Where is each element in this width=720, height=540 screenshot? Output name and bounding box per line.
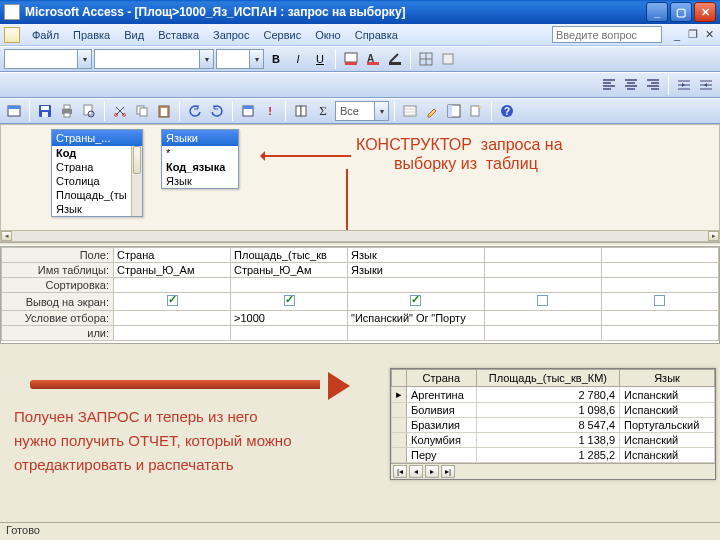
print-button[interactable]	[57, 101, 77, 121]
paste-button[interactable]	[154, 101, 174, 121]
querytype-button[interactable]	[238, 101, 258, 121]
annotation-bottom: Получен ЗАПРОС и теперь из него нужно по…	[14, 405, 384, 477]
qbe-show-check[interactable]	[601, 293, 718, 311]
close-button[interactable]: ✕	[694, 2, 716, 22]
qbe-cell[interactable]: Языки	[348, 263, 485, 278]
field-item[interactable]: Площадь_(ты	[52, 188, 142, 202]
qbe-cell[interactable]: >1000	[231, 311, 348, 326]
qbe-cell[interactable]	[484, 248, 601, 263]
align-center-button[interactable]	[621, 75, 641, 95]
gridlines-button[interactable]	[416, 49, 436, 69]
qbe-grid[interactable]: Поле: Страна Площадь_(тыс_кв Язык Имя та…	[0, 246, 720, 344]
qbe-cell[interactable]	[484, 263, 601, 278]
qbe-cell[interactable]	[114, 278, 231, 293]
italic-button[interactable]: I	[288, 49, 308, 69]
linecolor-button[interactable]	[385, 49, 405, 69]
fillcolor-button[interactable]	[341, 49, 361, 69]
bold-button[interactable]: B	[266, 49, 286, 69]
table-row: Бразилия8 547,4Португальский	[392, 418, 715, 433]
menu-tools[interactable]: Сервис	[256, 27, 308, 43]
qbe-cell[interactable]	[114, 311, 231, 326]
rowselect-header[interactable]	[392, 370, 407, 387]
font-combo[interactable]: ▾	[94, 49, 214, 69]
increase-indent-button[interactable]	[674, 75, 694, 95]
qbe-cell[interactable]	[601, 248, 718, 263]
qbe-cell[interactable]: Страны_Ю_Ам	[114, 263, 231, 278]
menu-insert[interactable]: Вставка	[151, 27, 206, 43]
align-left-button[interactable]	[599, 75, 619, 95]
fontsize-combo[interactable]: ▾	[216, 49, 264, 69]
menu-view[interactable]: Вид	[117, 27, 151, 43]
field-item[interactable]: Столица	[52, 174, 142, 188]
qbe-show-check[interactable]	[231, 293, 348, 311]
menu-help[interactable]: Справка	[348, 27, 405, 43]
dbwindow-button[interactable]	[444, 101, 464, 121]
field-item[interactable]: *	[162, 146, 238, 160]
underline-button[interactable]: U	[310, 49, 330, 69]
mdi-minimize-icon[interactable]: _	[670, 28, 684, 42]
qbe-show-check[interactable]	[114, 293, 231, 311]
mdi-close-icon[interactable]: ✕	[702, 28, 716, 42]
col-header[interactable]: Страна	[407, 370, 477, 387]
nav-next-button[interactable]: ▸	[425, 465, 439, 478]
result-datasheet[interactable]: Страна Площадь_(тыс_кв_КМ) Язык ▸Аргенти…	[390, 368, 716, 480]
table-window-2[interactable]: Языки * Код_языка Язык	[161, 129, 239, 189]
vscrollbar[interactable]	[131, 146, 142, 216]
help-question-input[interactable]	[552, 26, 662, 43]
topvalues-combo[interactable]: Все▾	[335, 101, 389, 121]
hscrollbar[interactable]: ◂▸	[1, 230, 719, 241]
align-right-button[interactable]	[643, 75, 663, 95]
view-button[interactable]	[4, 101, 24, 121]
run-button[interactable]: !	[260, 101, 280, 121]
field-item[interactable]: Страна	[52, 160, 142, 174]
field-item[interactable]: Язык	[162, 174, 238, 188]
redo-button[interactable]	[207, 101, 227, 121]
printpreview-button[interactable]	[79, 101, 99, 121]
nav-last-button[interactable]: ▸|	[441, 465, 455, 478]
nav-first-button[interactable]: |◂	[393, 465, 407, 478]
minimize-button[interactable]: _	[646, 2, 668, 22]
field-item[interactable]: Язык	[52, 202, 142, 216]
svg-rect-14	[64, 113, 70, 117]
undo-button[interactable]	[185, 101, 205, 121]
menu-file[interactable]: Файл	[25, 27, 66, 43]
menu-window[interactable]: Окно	[308, 27, 348, 43]
cut-button[interactable]	[110, 101, 130, 121]
col-header[interactable]: Площадь_(тыс_кв_КМ)	[476, 370, 619, 387]
decrease-indent-button[interactable]	[696, 75, 716, 95]
qbe-cell[interactable]	[601, 263, 718, 278]
app-icon	[4, 4, 20, 20]
qbe-show-check[interactable]	[484, 293, 601, 311]
help-button[interactable]: ?	[497, 101, 517, 121]
svg-rect-10	[41, 106, 49, 110]
qbe-show-check[interactable]	[348, 293, 485, 311]
showtable-button[interactable]	[291, 101, 311, 121]
maximize-button[interactable]: ▢	[670, 2, 692, 22]
qbe-cell[interactable]: Площадь_(тыс_кв	[231, 248, 348, 263]
qbe-cell[interactable]: Страна	[114, 248, 231, 263]
menu-query[interactable]: Запрос	[206, 27, 256, 43]
save-button[interactable]	[35, 101, 55, 121]
newobject-button[interactable]	[466, 101, 486, 121]
field-item[interactable]: Код	[52, 146, 142, 160]
toolbar-querydesign: ! Σ Все▾ ?	[0, 98, 720, 124]
mdi-restore-icon[interactable]: ❐	[686, 28, 700, 42]
qbe-cell[interactable]: "Испанский" Or "Порту	[348, 311, 485, 326]
special-effect-button[interactable]	[438, 49, 458, 69]
menu-edit[interactable]: Правка	[66, 27, 117, 43]
svg-rect-30	[471, 106, 479, 116]
field-item[interactable]: Код_языка	[162, 160, 238, 174]
builder-button[interactable]	[422, 101, 442, 121]
query-design-surface[interactable]: Страны_... Код Страна Столица Площадь_(т…	[0, 124, 720, 242]
svg-rect-11	[42, 112, 48, 117]
object-combo[interactable]: ▾	[4, 49, 92, 69]
qbe-cell[interactable]: Язык	[348, 248, 485, 263]
fontcolor-button[interactable]: A	[363, 49, 383, 69]
nav-prev-button[interactable]: ◂	[409, 465, 423, 478]
copy-button[interactable]	[132, 101, 152, 121]
properties-button[interactable]	[400, 101, 420, 121]
qbe-cell[interactable]: Страны_Ю_Ам	[231, 263, 348, 278]
table-window-1[interactable]: Страны_... Код Страна Столица Площадь_(т…	[51, 129, 143, 217]
totals-button[interactable]: Σ	[313, 101, 333, 121]
col-header[interactable]: Язык	[620, 370, 715, 387]
